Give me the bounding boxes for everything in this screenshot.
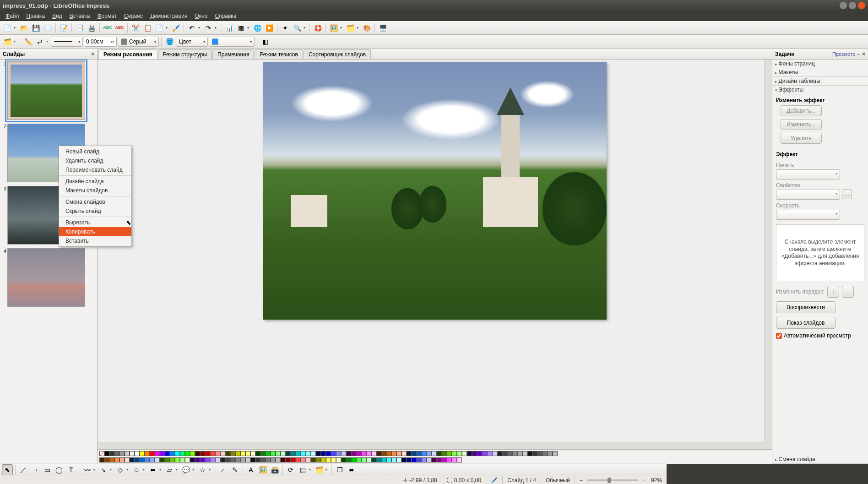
dropdown-icon[interactable]: ▾ xyxy=(93,468,97,472)
add-effect-button[interactable]: Добавить... xyxy=(781,105,822,116)
print-button[interactable]: 🖨️ xyxy=(86,22,97,33)
color-swatch[interactable] xyxy=(210,451,215,456)
color-swatch[interactable] xyxy=(175,451,180,456)
auto-preview-row[interactable]: Автоматический просмотр xyxy=(776,332,864,339)
color-swatch[interactable] xyxy=(472,451,477,456)
color-swatch[interactable] xyxy=(119,451,125,456)
color-swatch[interactable] xyxy=(190,451,195,456)
interaction-button[interactable]: ⬌ xyxy=(346,464,357,475)
color-swatch[interactable] xyxy=(391,451,396,456)
color-swatch[interactable] xyxy=(281,457,286,462)
color-swatch[interactable] xyxy=(175,457,180,462)
color-swatch[interactable] xyxy=(135,457,140,462)
task-section-table-design[interactable]: Дизайн таблицы xyxy=(772,77,868,86)
slide-canvas-area[interactable] xyxy=(98,60,772,442)
color-swatch[interactable] xyxy=(210,457,215,462)
zoom-slider[interactable] xyxy=(587,479,638,481)
slideshow-button[interactable]: Показ слайдов xyxy=(776,317,835,329)
color-swatch[interactable] xyxy=(422,457,427,462)
color-swatch[interactable] xyxy=(532,451,537,456)
color-swatch[interactable] xyxy=(427,457,432,462)
color-swatch[interactable] xyxy=(104,451,109,456)
tab-outline[interactable]: Режим структуры xyxy=(158,49,212,59)
dropdown-icon[interactable]: ▾ xyxy=(198,26,202,30)
dropdown-icon[interactable]: ▾ xyxy=(304,26,307,30)
color-swatch[interactable] xyxy=(361,451,366,456)
help-button[interactable]: 🛟 xyxy=(312,22,323,33)
close-icon[interactable]: × xyxy=(91,51,94,57)
task-section-layouts[interactable]: Макеты xyxy=(772,68,868,77)
dropdown-icon[interactable]: ▾ xyxy=(126,468,130,472)
color-swatch[interactable] xyxy=(417,457,422,462)
fill-value-select[interactable] xyxy=(209,37,255,47)
minimize-icon[interactable] xyxy=(840,2,847,9)
color-swatch[interactable] xyxy=(356,451,361,456)
color-swatch[interactable] xyxy=(215,451,220,456)
color-swatch[interactable] xyxy=(527,451,532,456)
extrusion-button[interactable]: ❐ xyxy=(334,464,345,475)
color-swatch[interactable] xyxy=(457,457,462,462)
dropdown-icon[interactable]: ▾ xyxy=(166,26,169,30)
color-swatch[interactable] xyxy=(220,451,225,456)
color-swatch[interactable] xyxy=(341,457,346,462)
color-swatch[interactable] xyxy=(104,457,109,462)
gallery-button[interactable]: 🗃️ xyxy=(269,464,280,475)
vertical-scrollbar[interactable] xyxy=(765,60,772,442)
arrange-button[interactable]: 🗂️ xyxy=(314,464,325,475)
color-swatch[interactable] xyxy=(200,457,205,462)
select-tool-button[interactable]: ⬉ xyxy=(2,464,13,475)
color-swatch[interactable] xyxy=(306,457,311,462)
color-swatch[interactable] xyxy=(301,451,306,456)
shadow-button[interactable]: ◧ xyxy=(260,36,271,47)
cm-hide-slide[interactable]: Скрыть слайд xyxy=(59,207,131,216)
color-swatch[interactable] xyxy=(507,451,512,456)
connector-tool-button[interactable]: ↘ xyxy=(98,464,109,475)
color-swatch[interactable] xyxy=(336,451,341,456)
color-swatch[interactable] xyxy=(245,457,250,462)
rect-tool-button[interactable]: ▭ xyxy=(42,464,53,475)
color-swatch[interactable] xyxy=(215,457,220,462)
color-swatch[interactable] xyxy=(170,457,175,462)
color-swatch[interactable] xyxy=(381,451,386,456)
color-swatch[interactable] xyxy=(407,457,412,462)
color-swatch[interactable] xyxy=(401,457,407,462)
spinner-icon[interactable]: ▴▾ xyxy=(111,39,114,44)
task-section-effects[interactable]: Эффекты xyxy=(772,86,868,94)
tab-notes[interactable]: Примечания xyxy=(212,49,254,59)
color-swatch[interactable] xyxy=(502,451,507,456)
play-button[interactable]: Воспроизвести xyxy=(776,301,835,313)
line-pattern-select[interactable] xyxy=(51,37,83,47)
color-swatch[interactable] xyxy=(417,451,422,456)
color-swatch[interactable] xyxy=(553,451,558,456)
color-swatch[interactable] xyxy=(135,451,140,456)
color-swatch[interactable] xyxy=(109,451,114,456)
export-pdf-button[interactable]: 📑 xyxy=(74,22,85,33)
slide-show-button[interactable]: 🖥️ xyxy=(377,22,388,33)
color-swatch[interactable] xyxy=(140,457,145,462)
color-swatch[interactable] xyxy=(306,451,311,456)
slide-list[interactable]: 1 2 3 4 xyxy=(0,60,97,464)
slide-thumb-row[interactable]: 1 xyxy=(1,61,96,120)
dropdown-icon[interactable]: ▾ xyxy=(176,468,179,472)
close-icon[interactable] xyxy=(858,2,865,9)
color-swatch[interactable] xyxy=(276,457,281,462)
color-swatch[interactable] xyxy=(487,451,492,456)
color-swatch[interactable] xyxy=(412,451,417,456)
color-swatch[interactable] xyxy=(230,457,235,462)
color-swatch[interactable] xyxy=(386,457,391,462)
color-swatch[interactable] xyxy=(260,451,266,456)
color-swatch[interactable] xyxy=(276,451,281,456)
zoom-out-icon[interactable]: − xyxy=(580,477,583,484)
color-swatch[interactable] xyxy=(467,451,472,456)
color-swatch[interactable] xyxy=(381,457,386,462)
color-swatch[interactable] xyxy=(185,457,190,462)
color-swatch[interactable] xyxy=(109,457,114,462)
zoom-value[interactable]: 92% xyxy=(651,477,662,484)
color-swatch[interactable] xyxy=(235,451,240,456)
color-swatch[interactable] xyxy=(170,451,175,456)
color-swatch[interactable] xyxy=(160,457,165,462)
color-swatch[interactable] xyxy=(522,451,527,456)
color-swatch[interactable] xyxy=(235,457,240,462)
color-swatch[interactable] xyxy=(432,451,437,456)
color-swatch[interactable] xyxy=(326,451,331,456)
